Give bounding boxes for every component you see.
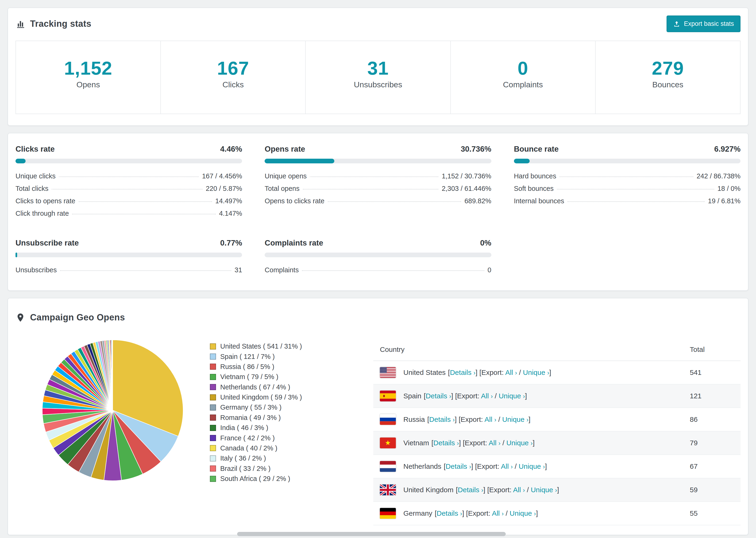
geo-opens-pie-chart xyxy=(16,339,210,525)
table-body: United States[Details ›] [Export: All › … xyxy=(373,361,740,525)
rate-row-value: 18 / 0% xyxy=(718,185,740,192)
rate-row-value: 167 / 4.456% xyxy=(202,172,242,180)
progress-bar-track xyxy=(265,159,491,163)
stat-unsubscribes: 31Unsubscribes xyxy=(306,41,451,114)
country-total: 86 xyxy=(690,415,740,423)
stat-clicks: 167Clicks xyxy=(161,41,306,114)
rate-row-value: 1,152 / 30.736% xyxy=(442,172,491,180)
export-all-link[interactable]: All › xyxy=(492,510,504,517)
export-unique-link[interactable]: Unique › xyxy=(502,415,528,423)
stat-label: Unsubscribes xyxy=(306,80,450,89)
export-all-link[interactable]: All › xyxy=(489,439,500,447)
rate-row-label: Unsubscribes xyxy=(16,266,57,274)
progress-bar-fill xyxy=(265,159,334,163)
export-all-link[interactable]: All › xyxy=(501,462,513,470)
legend-item-united-kingdom[interactable]: United Kingdom ( 59 / 3% ) xyxy=(210,392,373,402)
legend-item-india[interactable]: India ( 46 / 3% ) xyxy=(210,423,373,433)
legend-label: Netherlands ( 67 / 4% ) xyxy=(220,383,290,391)
country-name: Netherlands xyxy=(404,462,441,470)
rate-row-label: Internal bounces xyxy=(514,197,564,205)
progress-bar-track xyxy=(16,252,242,257)
details-link[interactable]: Details › xyxy=(450,368,475,376)
details-link[interactable]: Details › xyxy=(429,415,455,423)
export-unique-link[interactable]: Unique › xyxy=(507,439,533,447)
details-link[interactable]: Details › xyxy=(458,486,483,494)
stat-value: 279 xyxy=(596,58,740,79)
dotted-leader xyxy=(560,177,693,177)
geo-body: United States ( 541 / 31% )Spain ( 121 /… xyxy=(16,339,740,525)
geo-table-row-united-states: United States[Details ›] [Export: All › … xyxy=(373,361,740,385)
legend-item-vietnam[interactable]: Vietnam ( 79 / 5% ) xyxy=(210,372,373,382)
export-all-link[interactable]: All › xyxy=(513,486,525,494)
legend-item-netherlands[interactable]: Netherlands ( 67 / 4% ) xyxy=(210,382,373,392)
chevron-right-icon: › xyxy=(481,487,483,494)
chevron-right-icon: › xyxy=(555,487,557,494)
rate-row-label: Unique opens xyxy=(265,172,307,180)
export-all-link[interactable]: All › xyxy=(481,392,493,400)
export-unique-link[interactable]: Unique › xyxy=(510,510,536,517)
rate-row-label: Clicks to opens rate xyxy=(16,197,75,205)
legend-item-canada[interactable]: Canada ( 40 / 2% ) xyxy=(210,443,373,453)
rate-title: Unsubscribe rate xyxy=(16,239,79,247)
export-all-link[interactable]: All › xyxy=(505,368,517,376)
stat-value: 31 xyxy=(306,58,450,79)
export-unique-link[interactable]: Unique › xyxy=(519,462,545,470)
legend-label: Russia ( 86 / 5% ) xyxy=(220,363,274,371)
location-pin-icon xyxy=(16,313,26,323)
stat-opens: 1,152Opens xyxy=(16,41,161,114)
stats-row: 1,152Opens167Clicks31Unsubscribes0Compla… xyxy=(16,41,740,114)
details-link[interactable]: Details › xyxy=(433,439,459,447)
chevron-right-icon: › xyxy=(460,510,462,517)
chevron-right-icon: › xyxy=(511,463,513,470)
country-name: Vietnam xyxy=(404,439,429,447)
export-unique-link[interactable]: Unique › xyxy=(531,486,557,494)
legend-label: India ( 46 / 3% ) xyxy=(220,424,268,432)
legend-item-france[interactable]: France ( 42 / 2% ) xyxy=(210,433,373,443)
legend-item-south-africa[interactable]: South Africa ( 29 / 2% ) xyxy=(210,474,373,484)
bar-chart-icon xyxy=(16,19,26,29)
rate-row-value: 242 / 86.738% xyxy=(697,172,740,180)
rate-row: Opens to clicks rate689.82% xyxy=(265,195,491,207)
country-name: Russia xyxy=(404,415,425,423)
legend-item-romania[interactable]: Romania ( 49 / 3% ) xyxy=(210,413,373,423)
rate-row-label: Opens to clicks rate xyxy=(265,197,324,205)
progress-bar-track xyxy=(16,159,242,163)
legend-item-united-states[interactable]: United States ( 541 / 31% ) xyxy=(210,341,373,351)
stat-label: Opens xyxy=(16,80,160,89)
legend-item-brazil[interactable]: Brazil ( 33 / 2% ) xyxy=(210,463,373,474)
rate-row: Hard bounces242 / 86.738% xyxy=(514,170,740,183)
chevron-right-icon: › xyxy=(494,416,496,423)
progress-bar-fill xyxy=(514,159,530,163)
export-unique-link[interactable]: Unique › xyxy=(499,392,525,400)
chevron-right-icon: › xyxy=(515,369,517,376)
legend-item-spain[interactable]: Spain ( 121 / 7% ) xyxy=(210,351,373,361)
stat-bounces: 279Bounces xyxy=(596,41,740,114)
details-link[interactable]: Details › xyxy=(437,510,462,517)
export-basic-stats-button[interactable]: Export basic stats xyxy=(667,16,740,32)
dotted-leader xyxy=(72,214,216,214)
legend-item-italy[interactable]: Italy ( 36 / 2% ) xyxy=(210,453,373,463)
horizontal-scrollbar-thumb[interactable] xyxy=(237,532,506,536)
legend-swatch-icon xyxy=(210,445,216,451)
country-total: 121 xyxy=(690,392,740,400)
legend-item-germany[interactable]: Germany ( 55 / 3% ) xyxy=(210,402,373,412)
details-link[interactable]: Details › xyxy=(426,392,451,400)
country-total: 541 xyxy=(690,368,740,377)
details-link[interactable]: Details › xyxy=(446,462,471,470)
rate-row-value: 31 xyxy=(235,266,242,274)
country-total: 67 xyxy=(690,462,740,470)
export-unique-link[interactable]: Unique › xyxy=(523,368,549,376)
geo-table-row-vietnam: Vietnam[Details ›] [Export: All › / Uniq… xyxy=(373,431,740,455)
rate-title: Complaints rate xyxy=(265,239,323,247)
legend-label: Canada ( 40 / 2% ) xyxy=(220,444,277,452)
export-all-link[interactable]: All › xyxy=(485,415,496,423)
dotted-leader xyxy=(79,201,212,202)
progress-bar-track xyxy=(514,159,740,163)
export-basic-stats-label: Export basic stats xyxy=(684,20,734,27)
country-name: United States xyxy=(404,368,446,377)
rate-row-value: 220 / 5.87% xyxy=(206,185,242,192)
progress-bar-track xyxy=(265,252,491,257)
legend-item-russia[interactable]: Russia ( 86 / 5% ) xyxy=(210,362,373,372)
legend-label: Romania ( 49 / 3% ) xyxy=(220,414,281,422)
progress-bar-fill xyxy=(16,159,26,163)
